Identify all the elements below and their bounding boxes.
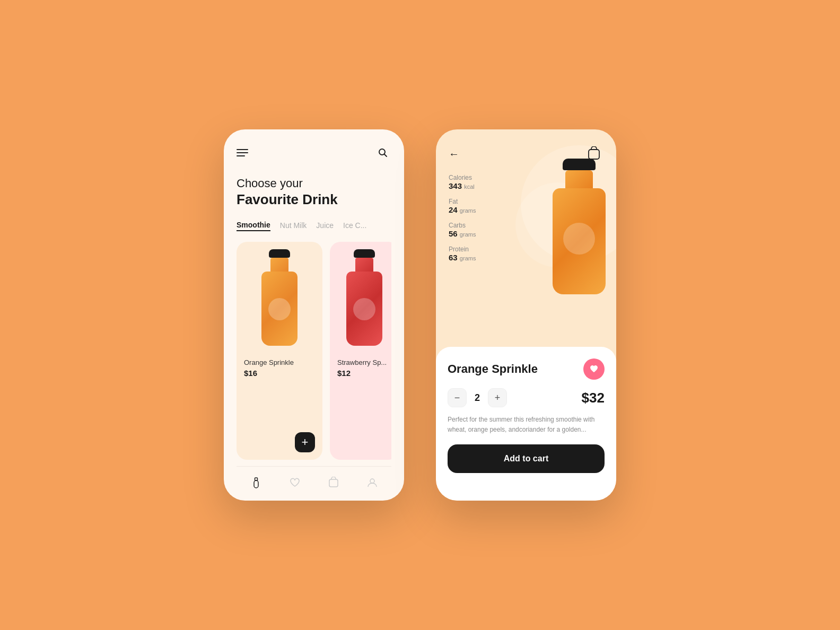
back-button[interactable]: ← (449, 148, 459, 160)
left-phone: Choose your Favourite Drink Smoothie Nut… (224, 129, 404, 501)
tab-nut-milk[interactable]: Nut Milk (280, 221, 307, 231)
svg-rect-6 (589, 150, 599, 159)
nav-heart-icon[interactable] (287, 475, 302, 490)
product-description: Perfect for the summer this refreshing s… (448, 415, 605, 435)
svg-point-5 (370, 479, 374, 483)
bottle-body (261, 272, 298, 346)
add-orange-button[interactable]: + (295, 432, 315, 452)
bottle-shape-orange (258, 250, 301, 346)
hero-subtitle: Choose your (237, 176, 391, 191)
product-card-red: Strawberry Sp... $12 (330, 242, 391, 460)
bottle-neck-red (355, 258, 373, 272)
big-bottle-cap (563, 159, 596, 170)
product-price-red: $12 (337, 369, 391, 378)
menu-icon[interactable] (237, 149, 248, 156)
quantity-display: 2 (472, 392, 483, 404)
nav-profile-icon[interactable] (365, 475, 380, 490)
quantity-price-row: − 2 + $32 (448, 388, 605, 407)
product-detail-price: $32 (582, 390, 605, 406)
bottle-image-red (338, 250, 391, 351)
decrease-quantity-button[interactable]: − (448, 388, 467, 407)
increase-quantity-button[interactable]: + (488, 388, 507, 407)
category-tabs: Smoothie Nut Milk Juice Ice C... (237, 221, 391, 231)
bottle-cap-red (354, 249, 375, 258)
bottle-body-red (346, 272, 382, 346)
nav-bottle-icon[interactable] (249, 475, 264, 490)
right-phone: ← Calories 343 kcal Fat 24 gram (436, 129, 616, 501)
search-button[interactable] (374, 144, 391, 161)
svg-line-1 (384, 154, 387, 157)
product-card-orange: Orange Sprinkle $16 + (237, 242, 322, 460)
product-name-red: Strawberry Sp... (337, 358, 391, 366)
product-detail-title-row: Orange Sprinkle (448, 358, 605, 380)
hero-title: Choose your Favourite Drink (237, 176, 391, 208)
svg-rect-3 (255, 478, 257, 480)
heart-favorite-button[interactable] (583, 358, 605, 380)
bottom-navigation (237, 466, 391, 490)
big-bottle-body (553, 188, 606, 294)
hero-main-title: Favourite Drink (237, 191, 391, 208)
product-price-orange: $16 (244, 369, 315, 378)
detail-bottom-card: Orange Sprinkle − 2 + $32 Perfect for th… (436, 347, 616, 501)
products-list: Orange Sprinkle $16 + Strawberry Sp... $… (237, 242, 391, 460)
svg-rect-4 (329, 479, 338, 487)
bottle-cap (269, 249, 290, 258)
bottle-image-orange (253, 250, 306, 351)
tab-smoothie[interactable]: Smoothie (237, 221, 270, 231)
product-name-orange: Orange Sprinkle (244, 358, 315, 366)
big-bottle-neck (565, 170, 593, 188)
product-detail-name: Orange Sprinkle (448, 362, 538, 376)
nav-cart-icon[interactable] (326, 475, 341, 490)
bottle-neck (270, 258, 288, 272)
left-phone-header (237, 144, 391, 161)
detail-bottle-image (553, 159, 606, 294)
add-to-cart-button[interactable]: Add to cart (448, 444, 605, 473)
tab-ice[interactable]: Ice C... (343, 221, 366, 231)
detail-top-section: ← Calories 343 kcal Fat 24 gram (436, 129, 616, 347)
tab-juice[interactable]: Juice (316, 221, 334, 231)
bottle-shape-red (343, 250, 386, 346)
svg-rect-2 (254, 480, 258, 488)
